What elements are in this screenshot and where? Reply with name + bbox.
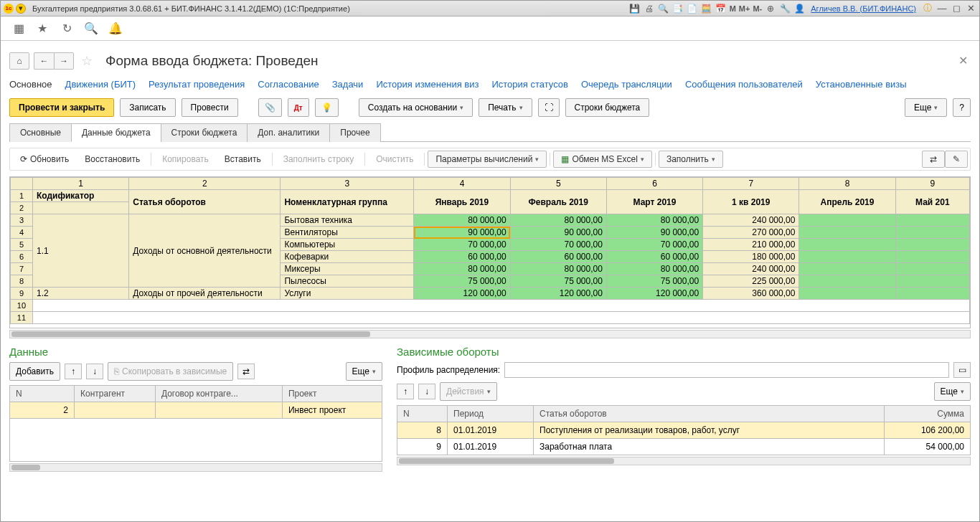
right-table[interactable]: N Период Статья оборотов Сумма 8 01.01.2… — [397, 405, 971, 455]
maximize-button[interactable]: ◻ — [951, 3, 962, 14]
forward-button[interactable]: → — [54, 52, 74, 70]
cell-item[interactable]: Услуги — [281, 288, 414, 300]
clear-button[interactable]: Очистить — [368, 151, 421, 168]
add-button[interactable]: Добавить — [9, 362, 60, 381]
favorite-icon[interactable]: ★ — [35, 22, 50, 36]
expand-button[interactable]: ⛶ — [538, 98, 560, 117]
tab-other[interactable]: Прочее — [329, 123, 380, 142]
preview-icon[interactable]: 🔍 — [658, 3, 669, 14]
cell-item[interactable]: Компьютеры — [281, 239, 414, 251]
move-up-button[interactable]: ↑ — [65, 364, 82, 379]
up-button[interactable]: ↑ — [397, 384, 414, 399]
nav-messages[interactable]: Сообщения пользователей — [685, 79, 803, 90]
budget-rows-button[interactable]: Строки бюджета — [565, 98, 650, 117]
profile-open-button[interactable]: ▭ — [953, 362, 971, 378]
zoom-icon[interactable]: ⊕ — [765, 3, 776, 14]
post-button[interactable]: Провести — [182, 98, 238, 117]
right-more-button[interactable]: Еще — [934, 382, 971, 401]
cell-code2[interactable]: 1.2 — [32, 288, 128, 300]
swap-button[interactable]: ⇄ — [922, 151, 945, 168]
cell-item[interactable]: Вентиляторы — [281, 227, 414, 239]
tools-icon[interactable]: 🔧 — [779, 3, 791, 14]
copy-to-dep-button[interactable]: ⎘ Скопировать в зависимые — [108, 362, 233, 381]
compare-icon[interactable]: 📑 — [672, 3, 684, 14]
cell-item[interactable]: Миксеры — [281, 263, 414, 275]
close-form-button[interactable]: ✕ — [956, 51, 971, 70]
tab-budget-rows[interactable]: Строки бюджета — [161, 123, 248, 142]
swap-button-left[interactable]: ⇄ — [237, 364, 255, 379]
more-button[interactable]: Еще — [905, 98, 947, 117]
left-more-button[interactable]: Еще — [346, 362, 382, 381]
write-button[interactable]: Записать — [120, 98, 175, 117]
edit-button[interactable]: ✎ — [945, 151, 968, 168]
minimize-button[interactable]: — — [936, 3, 948, 14]
info-icon[interactable]: ⓘ — [922, 3, 933, 14]
left-h-scrollbar[interactable] — [9, 463, 382, 472]
calc-icon[interactable]: 🧮 — [701, 3, 712, 14]
fill-row-button[interactable]: Заполнить строку — [275, 151, 362, 168]
restore-button[interactable]: Восстановить — [77, 151, 148, 168]
nav-main[interactable]: Основное — [9, 79, 52, 90]
calendar-icon[interactable]: 📅 — [715, 3, 727, 14]
nav-result[interactable]: Результат проведения — [149, 79, 245, 90]
tab-budget-data[interactable]: Данные бюджета — [71, 123, 161, 142]
print-icon[interactable]: 🖨 — [644, 3, 655, 14]
refresh-button[interactable]: ⟳Обновить — [12, 151, 77, 168]
tab-analytics[interactable]: Доп. аналитики — [247, 123, 330, 142]
calc-params-button[interactable]: Параметры вычислений — [428, 151, 547, 168]
cell-article2[interactable]: Доходы от прочей деятельности — [129, 288, 281, 300]
nav-status-history[interactable]: История статусов — [491, 79, 568, 90]
help-button[interactable]: ? — [953, 98, 971, 117]
home-button[interactable]: ⌂ — [9, 52, 29, 70]
post-and-close-button[interactable]: Провести и закрыть — [9, 98, 114, 117]
favorite-star-icon[interactable]: ☆ — [81, 53, 97, 69]
search-icon[interactable]: 🔍 — [84, 22, 98, 36]
memory-mplus[interactable]: M+ — [739, 4, 750, 13]
save-icon[interactable]: 💾 — [629, 3, 641, 14]
right-h-scrollbar[interactable] — [397, 457, 971, 465]
dtkt-button[interactable]: Дт — [288, 98, 309, 117]
budget-grid[interactable]: 1 2 3 4 5 6 7 8 9 1 Кодификатор Статья о… — [9, 176, 971, 328]
copy-button[interactable]: Копировать — [154, 151, 217, 168]
nav-approval[interactable]: Согласование — [258, 79, 319, 90]
down-button[interactable]: ↓ — [418, 384, 435, 399]
table-row[interactable]: 9 01.01.2019 Заработная плата 54 000,00 — [397, 439, 971, 455]
print-button[interactable]: Печать — [479, 98, 532, 117]
cell-article1[interactable]: Доходы от основной деятельности — [129, 214, 281, 288]
create-based-button[interactable]: Создать на основании — [359, 98, 473, 117]
grid-h-scrollbar[interactable] — [9, 330, 971, 338]
cell-code1[interactable]: 1.1 — [32, 214, 128, 288]
cell-item[interactable]: Пылесосы — [281, 275, 414, 288]
table-row[interactable]: 2Инвест проект — [10, 402, 382, 419]
attach-button[interactable]: 📎 — [258, 98, 282, 117]
hint-button[interactable]: 💡 — [315, 98, 339, 117]
move-down-button[interactable]: ↓ — [86, 364, 103, 379]
table-row[interactable]: 8 01.01.2019 Поступления от реализации т… — [397, 422, 971, 439]
profile-input[interactable] — [504, 362, 949, 378]
actions-button[interactable]: Действия — [440, 382, 497, 401]
close-window-button[interactable]: ✕ — [965, 3, 976, 14]
selected-cell[interactable]: 90 000,00 — [414, 227, 510, 239]
history-icon[interactable]: ↻ — [60, 22, 74, 36]
back-button[interactable]: ← — [34, 52, 54, 70]
left-table[interactable]: N Контрагент Договор контраге... Проект … — [9, 385, 382, 462]
nav-tasks[interactable]: Задачи — [332, 79, 364, 90]
cell-item[interactable]: Бытовая техника — [281, 214, 414, 227]
apps-icon[interactable]: ▦ — [11, 22, 25, 36]
nav-queue[interactable]: Очередь трансляции — [581, 79, 672, 90]
memory-m[interactable]: M — [730, 4, 736, 13]
tab-main[interactable]: Основные — [9, 123, 72, 142]
excel-button[interactable]: ▦Обмен MS Excel — [553, 151, 652, 168]
form-header: ⌂ ← → ☆ Форма ввода бюджета: Проведен ✕ — [9, 51, 971, 70]
nav-movements[interactable]: Движения (БИТ) — [65, 79, 136, 90]
cell-item[interactable]: Кофеварки — [281, 251, 414, 263]
nav-visas[interactable]: Установленные визы — [816, 79, 907, 90]
memory-mminus[interactable]: M- — [753, 4, 762, 13]
app-menu-dropdown[interactable]: ▾ — [16, 4, 26, 14]
notifications-icon[interactable]: 🔔 — [108, 22, 123, 36]
fill-button[interactable]: Заполнить — [659, 151, 723, 168]
nav-visa-history[interactable]: История изменения виз — [376, 79, 479, 90]
copy-icon[interactable]: 📄 — [687, 3, 698, 14]
user-name[interactable]: Агличев В.В. (БИТ.ФИНАНС) — [811, 4, 916, 13]
paste-button[interactable]: Вставить — [217, 151, 269, 168]
